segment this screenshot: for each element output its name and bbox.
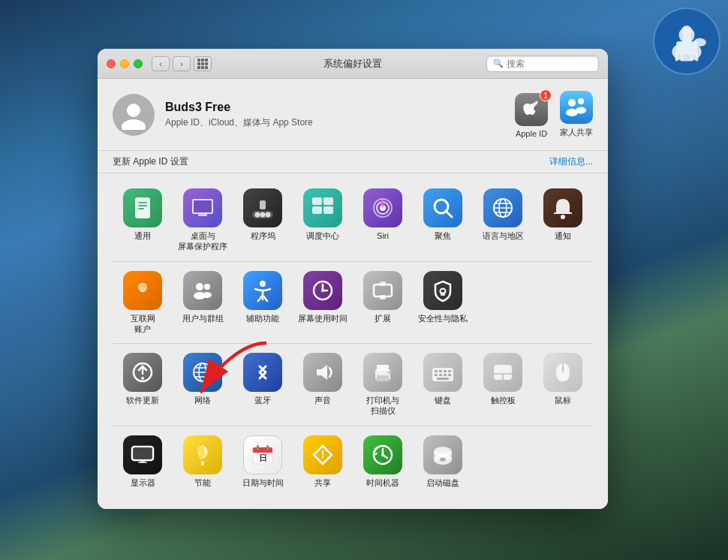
extensions-label: 扩展 — [375, 313, 391, 324]
svg-point-69 — [387, 371, 390, 374]
trackpad-icon-item[interactable]: 触控板 — [473, 350, 533, 408]
mouse-icon-item[interactable]: 鼠标 — [533, 350, 593, 408]
svg-rect-27 — [260, 200, 266, 209]
printers-icon-item[interactable]: 打印机与扫描仪 — [353, 350, 413, 420]
svg-point-100 — [381, 453, 384, 456]
spotlight-icon-item[interactable]: 聚焦 — [413, 185, 473, 244]
siri-icon — [363, 188, 402, 227]
family-share-icon — [560, 91, 593, 124]
close-button[interactable] — [107, 59, 116, 68]
network-icon-item[interactable]: 网络 — [173, 350, 233, 408]
bluetooth-icon — [243, 353, 282, 392]
time-machine-icon-item[interactable]: 时间机器 — [353, 432, 413, 491]
update-link[interactable]: 详细信息... — [549, 155, 593, 168]
keyboard-icon-item[interactable]: 键盘 — [413, 350, 473, 408]
svg-rect-71 — [435, 370, 438, 372]
screen-time-label: 屏幕使用时间 — [298, 313, 347, 324]
desktop-icon-item[interactable]: 桌面与屏幕保护程序 — [173, 185, 233, 255]
accessibility-icon-item[interactable]: 辅助功能 — [233, 268, 293, 327]
svg-rect-93 — [253, 451, 272, 453]
mouse-label: 鼠标 — [555, 395, 571, 405]
spotlight-label: 聚焦 — [435, 230, 451, 241]
svg-rect-73 — [444, 370, 447, 372]
svg-rect-19 — [138, 208, 144, 209]
svg-text:日: 日 — [259, 453, 267, 462]
family-share-label: 家人共享 — [560, 127, 593, 138]
update-text: 更新 Apple ID 设置 — [113, 155, 188, 168]
svg-rect-17 — [138, 202, 147, 203]
language-icon-item[interactable]: 语言与地区 — [473, 185, 533, 244]
svg-rect-74 — [448, 370, 451, 372]
bluetooth-icon-item[interactable]: 蓝牙 — [233, 350, 293, 408]
family-share-button[interactable]: 家人共享 — [560, 91, 593, 138]
screen-time-icon-item[interactable]: 屏幕使用时间 — [293, 268, 353, 327]
svg-point-49 — [260, 281, 266, 287]
svg-point-47 — [204, 284, 210, 290]
svg-rect-18 — [138, 205, 147, 206]
sound-icon-item[interactable]: 声音 — [293, 350, 353, 408]
svg-point-84 — [561, 367, 564, 370]
grid-view-button[interactable] — [194, 56, 212, 71]
time-machine-icon — [363, 435, 402, 474]
svg-rect-52 — [374, 285, 392, 297]
svg-rect-67 — [377, 375, 389, 381]
svg-rect-31 — [323, 206, 333, 214]
svg-point-15 — [576, 107, 586, 114]
svg-point-104 — [440, 457, 446, 461]
svg-point-14 — [578, 98, 584, 104]
nav-buttons: ‹ › — [152, 56, 191, 71]
maximize-button[interactable] — [134, 59, 143, 68]
sharing-icon-item[interactable]: ! 共享 — [293, 432, 353, 491]
user-info: Buds3 Free Apple ID、iCloud、媒体与 App Store — [165, 101, 515, 129]
notifications-icon-item[interactable]: 通知 — [533, 185, 593, 244]
desktop-label: 桌面与屏幕保护程序 — [178, 230, 227, 252]
energy-icon-item[interactable]: 节能 — [173, 432, 233, 491]
security-icon-item[interactable]: 安全性与隐私 — [413, 268, 473, 327]
search-box[interactable]: 🔍 — [486, 56, 599, 72]
accessibility-icon — [243, 271, 282, 310]
language-icon — [483, 188, 522, 227]
displays-icon — [123, 435, 162, 474]
general-icon — [123, 188, 162, 227]
minimize-button[interactable] — [120, 59, 129, 68]
svg-point-48 — [203, 292, 212, 298]
notifications-label: 通知 — [555, 230, 571, 241]
datetime-icon-item[interactable]: 日 日期与时间 — [233, 432, 293, 491]
svg-rect-75 — [435, 374, 438, 376]
users-icon-item[interactable]: 用户与群组 — [173, 268, 233, 327]
search-input[interactable] — [507, 59, 592, 69]
update-banner: 更新 Apple ID 设置 详细信息... — [98, 151, 608, 173]
internet-label: 互联网账户 — [131, 313, 155, 335]
time-machine-label: 时间机器 — [366, 477, 399, 488]
software-update-icon-item[interactable]: 软件更新 — [113, 350, 173, 408]
security-label: 安全性与隐私 — [418, 313, 468, 324]
svg-rect-76 — [439, 374, 442, 376]
apple-id-icon-wrap: 1 — [515, 93, 548, 126]
apple-id-button[interactable]: 1 Apple ID — [515, 93, 548, 138]
dock-label: 程序坞 — [251, 230, 275, 241]
svg-rect-88 — [140, 460, 145, 462]
svg-rect-86 — [134, 448, 152, 459]
notifications-icon — [543, 188, 582, 227]
mission-icon-item[interactable]: 调度中心 — [293, 185, 353, 244]
icons-row-3: 软件更新 网络 — [113, 350, 593, 420]
avatar — [113, 94, 155, 136]
svg-rect-68 — [377, 365, 389, 371]
svg-point-12 — [568, 99, 576, 107]
search-icon: 🔍 — [493, 59, 504, 68]
keyboard-icon — [423, 353, 462, 392]
dock-icon-item[interactable]: 程序坞 — [233, 185, 293, 244]
startup-disk-icon-item[interactable]: 启动磁盘 — [413, 432, 473, 491]
svg-point-42 — [561, 215, 565, 219]
siri-icon-item[interactable]: Siri — [353, 185, 413, 244]
back-button[interactable]: ‹ — [152, 56, 170, 71]
logo-circle — [653, 8, 720, 75]
svg-rect-96 — [266, 445, 269, 450]
svg-rect-56 — [441, 292, 445, 296]
forward-button[interactable]: › — [173, 56, 191, 71]
svg-point-25 — [260, 212, 266, 218]
displays-icon-item[interactable]: 显示器 — [113, 432, 173, 491]
general-icon-item[interactable]: 通用 — [113, 185, 173, 244]
extensions-icon-item[interactable]: 扩展 — [353, 268, 413, 327]
internet-icon-item[interactable]: @ 互联网账户 — [113, 268, 173, 338]
